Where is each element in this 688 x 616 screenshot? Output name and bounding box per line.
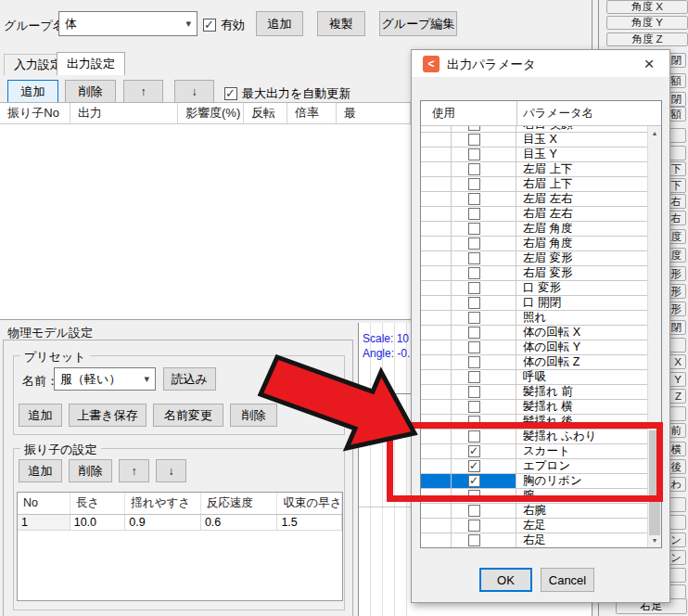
parameter-row[interactable]: 右眉 上下 xyxy=(421,177,648,192)
use-checkbox[interactable] xyxy=(468,356,480,368)
parameter-row[interactable]: 左眉 上下 xyxy=(421,162,648,177)
use-cell[interactable] xyxy=(452,519,516,533)
parameter-name-cell[interactable]: エプロン xyxy=(516,459,648,473)
use-checkbox[interactable] xyxy=(468,445,480,457)
parameter-name-cell[interactable]: 右目 笑顔 xyxy=(516,126,648,132)
use-cell[interactable] xyxy=(452,133,516,147)
scrollbar-thumb[interactable] xyxy=(649,430,660,535)
use-checkbox[interactable] xyxy=(468,134,480,146)
col-reaction[interactable]: 反応速度 xyxy=(201,493,278,514)
scrollbar[interactable]: ▴ ▾ xyxy=(647,126,661,547)
col-magnification[interactable]: 倍率 xyxy=(287,103,337,123)
parameter-name-cell[interactable]: 右足 xyxy=(516,533,648,547)
parameter-row[interactable]: 体の回転 Y xyxy=(421,340,648,355)
pendulum-table-row[interactable]: 1 10.0 0.9 0.6 1.5 xyxy=(18,515,342,531)
use-checkbox[interactable] xyxy=(468,282,480,294)
parameter-name-cell[interactable]: 右眉 左右 xyxy=(516,207,648,221)
parameter-row[interactable]: 右目 笑顔 xyxy=(421,126,648,133)
group-add-button[interactable]: 追加 xyxy=(256,11,303,36)
col-pendulum-no[interactable]: 振り子No xyxy=(0,103,70,123)
parameter-row[interactable]: 右腕 xyxy=(421,504,648,519)
parameter-name-cell[interactable]: 胸のリボン xyxy=(516,474,648,488)
use-cell[interactable] xyxy=(452,385,516,399)
use-checkbox[interactable] xyxy=(468,505,480,517)
use-cell[interactable] xyxy=(452,266,516,280)
parameter-name-cell[interactable]: 照れ xyxy=(516,311,648,325)
parameter-name-cell[interactable]: 腕 xyxy=(516,489,648,503)
use-cell[interactable] xyxy=(452,340,516,354)
use-checkbox[interactable] xyxy=(468,401,480,413)
parameter-row[interactable]: エプロン xyxy=(421,459,648,474)
use-cell[interactable] xyxy=(452,311,516,325)
parameter-row[interactable]: 腕 xyxy=(421,489,648,504)
parameter-name-cell[interactable]: 髪揺れ 前 xyxy=(516,385,648,399)
use-cell[interactable] xyxy=(452,489,516,503)
col-output[interactable]: 出力 xyxy=(70,103,178,123)
use-cell[interactable] xyxy=(452,400,516,414)
output-add-button[interactable]: 追加 xyxy=(7,80,58,104)
parameter-name-cell[interactable]: 左足 xyxy=(516,519,648,533)
preset-overwrite-button[interactable]: 上書き保存 xyxy=(69,404,147,427)
parameter-name-cell[interactable]: 左眉 変形 xyxy=(516,251,648,265)
preset-add-button[interactable]: 追加 xyxy=(19,404,62,427)
enabled-checkbox-row[interactable]: 有効 xyxy=(203,17,245,33)
dialog-titlebar[interactable]: < 出力パラメータ × xyxy=(412,50,669,78)
use-cell[interactable] xyxy=(452,162,516,176)
parameter-name-cell[interactable]: 右眉 上下 xyxy=(516,177,648,191)
parameter-row[interactable]: 髪揺れ ふわり xyxy=(421,430,648,444)
parameter-row[interactable]: 体の回転 Z xyxy=(421,355,648,370)
use-cell[interactable] xyxy=(452,148,516,161)
parameter-row[interactable]: 左眉 左右 xyxy=(421,192,648,207)
pendulum-move-up-button[interactable]: ↑ xyxy=(119,459,149,482)
col-parameter-name[interactable]: パラメータ名 xyxy=(523,106,593,122)
use-checkbox[interactable] xyxy=(468,208,480,220)
use-checkbox[interactable] xyxy=(468,312,480,324)
parameter-row[interactable]: 左眉 角度 xyxy=(421,222,648,237)
parameter-name-cell[interactable]: 右眉 変形 xyxy=(516,266,648,280)
use-checkbox[interactable] xyxy=(468,267,480,279)
use-checkbox[interactable] xyxy=(468,430,480,443)
use-cell[interactable] xyxy=(452,326,516,340)
use-checkbox[interactable] xyxy=(468,163,480,175)
enabled-checkbox[interactable] xyxy=(203,19,216,32)
ok-button[interactable]: OK xyxy=(479,568,532,592)
parameter-row[interactable]: スカート xyxy=(421,444,648,459)
close-icon[interactable]: × xyxy=(638,54,660,74)
parameter-name-cell[interactable]: 左眉 左右 xyxy=(516,192,648,206)
pendulum-delete-button[interactable]: 削除 xyxy=(69,459,112,482)
parameter-row[interactable]: 右眉 角度 xyxy=(421,237,648,251)
use-checkbox[interactable] xyxy=(468,178,480,190)
parameter-name-cell[interactable]: 口 開閉 xyxy=(516,296,648,310)
use-checkbox[interactable] xyxy=(468,490,480,502)
use-checkbox[interactable] xyxy=(468,416,480,428)
cancel-button[interactable]: Cancel xyxy=(541,568,594,592)
use-cell[interactable] xyxy=(452,370,516,384)
preset-name-select[interactable]: 服（軽い） ▾ xyxy=(54,367,156,391)
use-cell[interactable] xyxy=(452,459,516,473)
parameter-row[interactable]: 照れ xyxy=(421,311,648,326)
use-cell[interactable] xyxy=(452,296,516,310)
use-cell[interactable] xyxy=(452,177,516,191)
angle-x-button[interactable]: 角度 X xyxy=(606,0,688,14)
tab-output-settings[interactable]: 出力設定 xyxy=(57,52,125,75)
use-checkbox[interactable] xyxy=(468,252,480,264)
parameter-name-cell[interactable]: 目玉 X xyxy=(516,133,648,147)
col-convergence[interactable]: 収束の早さ xyxy=(277,493,342,514)
use-cell[interactable] xyxy=(452,474,516,488)
pendulum-add-button[interactable]: 追加 xyxy=(19,459,62,482)
use-checkbox[interactable] xyxy=(468,297,480,309)
col-no[interactable]: No xyxy=(18,493,70,514)
parameter-name-cell[interactable]: 体の回転 X xyxy=(516,326,648,340)
use-checkbox[interactable] xyxy=(468,475,480,487)
parameter-name-cell[interactable]: 左眉 上下 xyxy=(516,162,648,176)
preset-delete-button[interactable]: 削除 xyxy=(230,404,277,427)
output-move-up-button[interactable]: ↑ xyxy=(123,80,163,104)
use-cell[interactable] xyxy=(452,504,516,518)
use-cell[interactable] xyxy=(452,237,516,250)
parameter-name-cell[interactable]: 髪揺れ 横 xyxy=(516,400,648,414)
preset-load-button[interactable]: 読込み xyxy=(163,367,216,391)
use-checkbox[interactable] xyxy=(468,148,480,160)
parameter-name-cell[interactable]: 体の回転 Y xyxy=(516,340,648,354)
use-cell[interactable] xyxy=(452,192,516,206)
parameter-name-cell[interactable]: 右眉 角度 xyxy=(516,237,648,250)
